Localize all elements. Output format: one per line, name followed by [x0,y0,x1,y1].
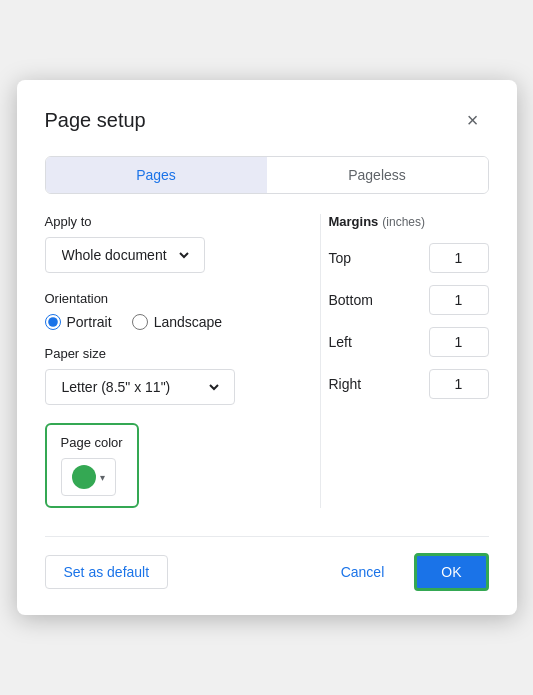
landscape-label: Landscape [154,314,223,330]
margin-bottom-row: Bottom [329,285,489,315]
portrait-option[interactable]: Portrait [45,314,112,330]
margin-top-input[interactable] [429,243,489,273]
paper-size-section: Paper size Letter (8.5" x 11") A4 (8.27"… [45,346,292,405]
tabs-container: Pages Pageless [45,156,489,194]
tab-pageless[interactable]: Pageless [267,157,488,193]
margins-header: Margins (inches) [329,214,489,229]
dialog-header: Page setup × [45,104,489,136]
dialog-title: Page setup [45,109,146,132]
margin-left-row: Left [329,327,489,357]
set-default-button[interactable]: Set as default [45,555,169,589]
footer-right-buttons: Cancel OK [323,553,489,591]
portrait-label: Portrait [67,314,112,330]
orientation-section: Orientation Portrait Landscape [45,291,292,330]
margin-left-label: Left [329,334,389,350]
paper-size-select-wrapper[interactable]: Letter (8.5" x 11") A4 (8.27" x 11.69") … [45,369,235,405]
margin-top-label: Top [329,250,389,266]
margin-right-label: Right [329,376,389,392]
margin-right-input[interactable] [429,369,489,399]
page-color-section: Page color ▾ [45,423,139,508]
panel-divider [320,214,321,508]
margin-bottom-label: Bottom [329,292,389,308]
landscape-option[interactable]: Landscape [132,314,223,330]
right-panel: Margins (inches) Top Bottom Left Right [329,214,489,508]
margin-right-row: Right [329,369,489,399]
dialog-footer: Set as default Cancel OK [45,536,489,591]
margin-top-row: Top [329,243,489,273]
apply-to-select[interactable]: Whole document From this point forward [45,237,205,273]
apply-to-dropdown[interactable]: Whole document From this point forward [58,246,192,264]
orientation-options: Portrait Landscape [45,314,292,330]
page-color-button[interactable]: ▾ [61,458,116,496]
color-swatch [72,465,96,489]
close-button[interactable]: × [457,104,489,136]
left-panel: Apply to Whole document From this point … [45,214,312,508]
page-color-label: Page color [61,435,123,450]
ok-button[interactable]: OK [414,553,488,591]
paper-size-dropdown[interactable]: Letter (8.5" x 11") A4 (8.27" x 11.69") … [58,378,222,396]
margin-bottom-input[interactable] [429,285,489,315]
apply-to-label: Apply to [45,214,292,229]
landscape-radio[interactable] [132,314,148,330]
content-area: Apply to Whole document From this point … [45,214,489,508]
color-dropdown-arrow: ▾ [100,472,105,483]
page-setup-dialog: Page setup × Pages Pageless Apply to Who… [17,80,517,615]
tab-pages[interactable]: Pages [46,157,267,193]
paper-size-label: Paper size [45,346,292,361]
orientation-label: Orientation [45,291,292,306]
portrait-radio[interactable] [45,314,61,330]
margins-title: Margins [329,214,379,229]
margin-left-input[interactable] [429,327,489,357]
margins-unit: (inches) [382,215,425,229]
cancel-button[interactable]: Cancel [323,553,403,591]
